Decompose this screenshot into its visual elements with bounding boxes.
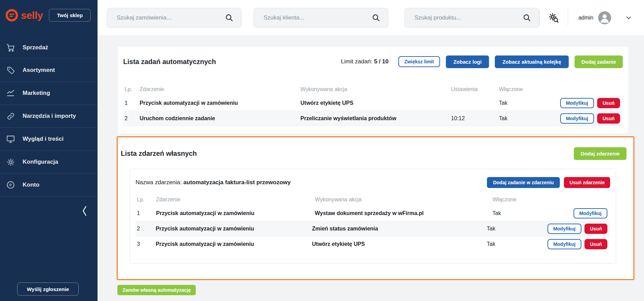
row-action: Utwórz etykietę UPS [300, 100, 451, 106]
sidebar-item-label: Asortyment [23, 67, 55, 74]
sidebar-collapse-button[interactable] [80, 204, 89, 218]
advanced-search-settings-icon[interactable] [548, 12, 559, 24]
row-lp: 1 [136, 210, 156, 216]
search-customers-input[interactable] [254, 14, 372, 21]
account-icon [6, 180, 15, 189]
tasks-limit-value: 5 / 10 [374, 58, 389, 65]
row-event: Przycisk automatyzacji w zamówieniu [156, 226, 312, 232]
modify-button[interactable]: Modyfikuj [574, 208, 607, 218]
row-action: Wystaw dokument sprzedaży w wFirma.pl [315, 210, 492, 216]
search-icon[interactable] [372, 13, 381, 22]
add-task-button[interactable]: Dodaj zadanie [575, 55, 623, 68]
delete-button[interactable]: Usuń [597, 113, 620, 124]
order-custom-automation-button[interactable]: Zamów własną automatyzację [117, 285, 196, 295]
row-lp: 2 [123, 115, 140, 122]
custom-events-title: Lista zdarzeń własnych [121, 150, 197, 158]
sidebar-item-konto[interactable]: Konto [0, 174, 98, 197]
sidebar-item-konfiguracja[interactable]: Konfiguracja [0, 151, 98, 174]
row-enabled: Tak [492, 210, 554, 216]
search-customers-box [254, 8, 388, 28]
tasks-limit-label: Limit zadań: [341, 58, 374, 65]
modify-button[interactable]: Modyfikuj [548, 239, 581, 249]
increase-limit-button[interactable]: Zwiększ limit [398, 56, 440, 67]
col-header-settings: Ustawienia [451, 86, 499, 92]
custom-events-section: Lista zdarzeń własnych Dodaj zdarzenie N… [117, 136, 634, 280]
main-content: Lista zadań automatycznych Limit zadań: … [98, 35, 644, 301]
selly-logo-icon [5, 9, 18, 22]
modify-button[interactable]: Modyfikuj [548, 224, 581, 234]
search-products-box [404, 8, 539, 28]
event-tasks-table: Lp. Zdarzenie Wykonywana akcja Włączone … [136, 194, 610, 252]
link-icon [6, 112, 15, 121]
sidebar-item-label: Konto [23, 181, 39, 188]
row-enabled: Tak [487, 241, 548, 247]
delete-button[interactable]: Usuń [584, 224, 607, 234]
sidebar-item-marketing[interactable]: Marketing [0, 82, 98, 105]
topbar-right: admin [539, 10, 644, 26]
selly-logo[interactable]: selly [5, 9, 43, 22]
search-products-input[interactable] [405, 14, 523, 21]
monitor-icon [6, 135, 15, 143]
sidebar-item-label: Narzędzia i importy [23, 113, 76, 120]
row-enabled: Tak [499, 100, 554, 106]
delete-button[interactable]: Usuń [584, 239, 607, 249]
row-lp: 2 [136, 226, 156, 232]
table-row: 3 Przycisk automatyzacji w zamówieniu Ut… [136, 236, 610, 252]
gear-icon [6, 158, 15, 166]
sidebar-item-label: Konfiguracja [23, 159, 58, 165]
search-icon[interactable] [523, 13, 531, 22]
modify-button[interactable]: Modyfikuj [560, 113, 594, 124]
delete-button[interactable]: Usuń [597, 98, 620, 108]
sidebar-item-narzedzia-i-importy[interactable]: Narzędzia i importy [0, 105, 98, 128]
row-event: Przycisk automatyzacji w zamówieniu [156, 210, 315, 216]
chevron-down-icon[interactable] [625, 14, 632, 22]
sidebar-menu: Sprzedaż Asortyment Marketing [0, 36, 98, 197]
automatic-tasks-table: Lp. Zdarzenie Wykonywana akcja Ustawieni… [123, 84, 623, 126]
row-lp: 1 [123, 100, 140, 106]
sidebar: selly Twój sklep Sprzedaż Asortyment [0, 0, 98, 301]
view-logs-button[interactable]: Zobacz logi [446, 55, 489, 68]
divider [568, 10, 568, 26]
event-name: Nazwa zdarzenia: automatyzacja faktura-l… [136, 179, 291, 186]
your-shop-button[interactable]: Twój sklep [49, 9, 91, 22]
add-event-button[interactable]: Dodaj zdarzenie [574, 147, 627, 160]
row-event: Przycisk automatyzacji w zamówieniu [140, 100, 300, 106]
search-icon[interactable] [225, 13, 234, 22]
row-enabled: Tak [487, 226, 548, 232]
sidebar-item-wyglad-i-tresci[interactable]: Wygląd i treści [0, 128, 98, 151]
row-action: Przeliczanie wyświetlania produktów [300, 115, 451, 122]
row-event: Przycisk automatyzacji w zamówieniu [156, 241, 312, 247]
view-queue-button[interactable]: Zobacz aktualną kolejkę [495, 55, 569, 68]
logo-text: selly [21, 10, 43, 21]
col-header-event: Zdarzenie [156, 197, 315, 203]
send-report-button[interactable]: Wyślij zgłoszenie [17, 283, 79, 296]
col-header-event: Zdarzenie [140, 86, 300, 92]
sidebar-item-asortyment[interactable]: Asortyment [0, 59, 98, 82]
table-header-row: Lp. Zdarzenie Wykonywana akcja Ustawieni… [123, 84, 623, 95]
chart-icon [6, 89, 15, 98]
sidebar-item-label: Sprzedaż [23, 44, 48, 51]
avatar[interactable] [598, 11, 611, 24]
col-header-lp: Lp. [136, 197, 156, 203]
modify-button[interactable]: Modyfikuj [560, 98, 594, 108]
row-lp: 3 [136, 241, 156, 247]
col-header-action: Wykonywana akcja [300, 86, 451, 92]
table-row: 1 Przycisk automatyzacji w zamówieniu Ut… [123, 95, 623, 111]
event-card: Nazwa zdarzenia: automatyzacja faktura-l… [130, 169, 616, 263]
delete-event-button[interactable]: Usuń zdarzenie [564, 177, 610, 188]
table-row: 2 Przycisk automatyzacji w zamówieniu Zm… [136, 221, 610, 236]
sidebar-item-label: Marketing [23, 90, 50, 97]
add-task-in-event-button[interactable]: Dodaj zadanie w zdarzeniu [487, 177, 560, 188]
sidebar-item-sprzedaz[interactable]: Sprzedaż [0, 36, 98, 59]
event-name-value: automatyzacja faktura-list przewozowy [183, 179, 291, 186]
search-orders-input[interactable] [107, 14, 225, 21]
automatic-tasks-title: Lista zadań automatycznych [123, 58, 216, 66]
table-header-row: Lp. Zdarzenie Wykonywana akcja Włączone [136, 194, 610, 205]
row-action: Utwórz etykietę UPS [312, 241, 487, 247]
event-name-label: Nazwa zdarzenia: [136, 179, 183, 186]
col-header-enabled: Włączone [492, 197, 554, 203]
topbar: admin [98, 0, 644, 35]
username-label[interactable]: admin [578, 15, 593, 21]
table-row: 1 Przycisk automatyzacji w zamówieniu Wy… [136, 205, 610, 221]
sidebar-item-label: Wygląd i treści [23, 136, 64, 142]
